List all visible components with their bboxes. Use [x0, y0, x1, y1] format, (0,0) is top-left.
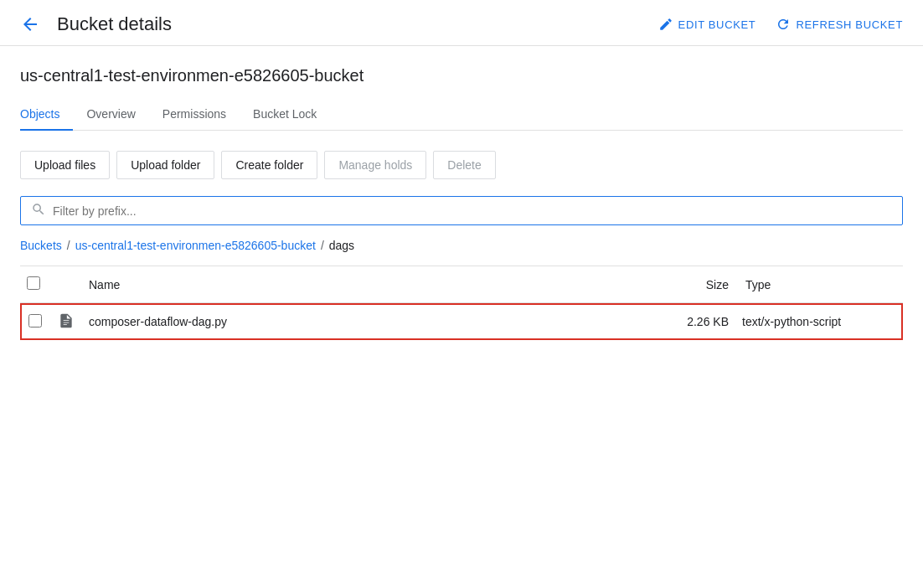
delete-button[interactable]: Delete: [433, 151, 495, 179]
tab-permissions[interactable]: Permissions: [149, 99, 240, 131]
page-header: Bucket details EDIT BUCKET REFRESH BUCKE…: [0, 0, 923, 46]
edit-bucket-button[interactable]: EDIT BUCKET: [658, 17, 756, 32]
upload-files-button[interactable]: Upload files: [20, 151, 110, 179]
search-input[interactable]: [53, 204, 892, 218]
file-icon-cell: [50, 303, 82, 341]
table-row: composer-dataflow-dag.py 2.26 KB text/x-…: [20, 303, 903, 341]
main-content: us-central1-test-environmen-e5826605-buc…: [0, 46, 923, 340]
breadcrumb: Buckets / us-central1-test-environmen-e5…: [20, 239, 903, 252]
table-header-row: Name Size Type: [20, 266, 903, 303]
action-buttons-bar: Upload files Upload folder Create folder…: [20, 151, 903, 179]
type-column-header: Type: [735, 266, 903, 303]
refresh-bucket-label: REFRESH BUCKET: [796, 18, 903, 31]
back-button[interactable]: [20, 14, 40, 34]
create-folder-button[interactable]: Create folder: [221, 151, 317, 179]
size-column-header: Size: [652, 266, 735, 303]
breadcrumb-sep-1: /: [67, 239, 70, 252]
manage-holds-button[interactable]: Manage holds: [324, 151, 426, 179]
tab-bucket-lock[interactable]: Bucket Lock: [240, 99, 330, 131]
search-icon: [31, 202, 46, 219]
file-size-cell: 2.26 KB: [652, 303, 735, 341]
upload-folder-button[interactable]: Upload folder: [116, 151, 214, 179]
row-checkbox[interactable]: [28, 314, 42, 328]
header-actions: EDIT BUCKET REFRESH BUCKET: [658, 17, 903, 32]
file-type-cell: text/x-python-script: [735, 303, 903, 341]
breadcrumb-bucket-link[interactable]: us-central1-test-environmen-e5826605-buc…: [75, 239, 316, 252]
breadcrumb-buckets-link[interactable]: Buckets: [20, 239, 62, 252]
row-checkbox-cell: [20, 303, 50, 341]
tabs-bar: Objects Overview Permissions Bucket Lock: [20, 99, 903, 131]
select-all-header: [20, 266, 50, 303]
tab-objects[interactable]: Objects: [20, 99, 73, 131]
name-column-header: Name: [82, 266, 652, 303]
breadcrumb-sep-2: /: [321, 239, 324, 252]
file-name-cell[interactable]: composer-dataflow-dag.py: [82, 303, 652, 341]
page-title: Bucket details: [57, 13, 645, 35]
icon-header: [50, 266, 82, 303]
refresh-bucket-button[interactable]: REFRESH BUCKET: [776, 17, 903, 32]
breadcrumb-current: dags: [329, 239, 354, 252]
file-table: Name Size Type composer-dataflow-dag.py: [20, 266, 903, 340]
search-bar: [20, 196, 903, 225]
select-all-checkbox[interactable]: [27, 276, 40, 290]
file-doc-icon: [57, 312, 75, 330]
edit-bucket-label: EDIT BUCKET: [678, 18, 756, 31]
tab-overview[interactable]: Overview: [73, 99, 148, 131]
bucket-name: us-central1-test-environmen-e5826605-buc…: [20, 66, 903, 85]
